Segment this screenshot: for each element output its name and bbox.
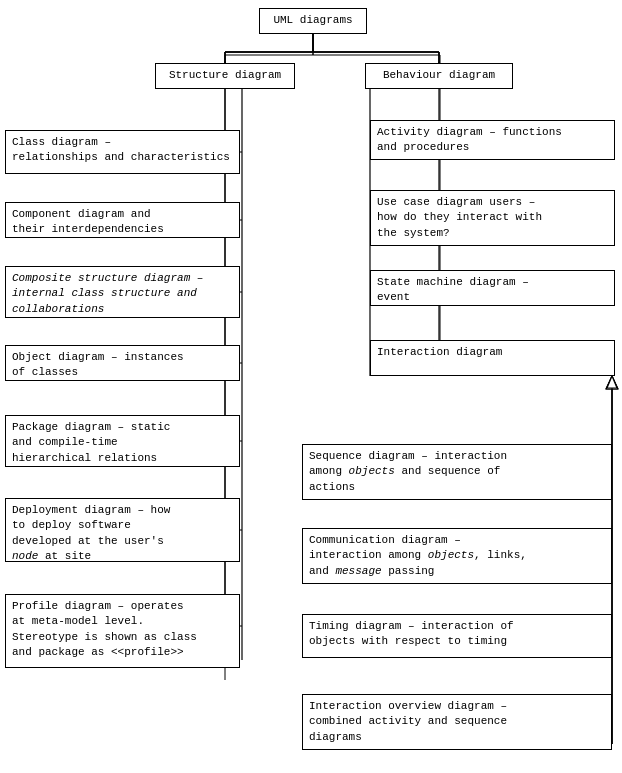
composite-box: Composite structure diagram – internal c… — [5, 266, 240, 318]
package-box: Package diagram – static and compile-tim… — [5, 415, 240, 467]
class-box: Class diagram – relationships and charac… — [5, 130, 240, 174]
deployment-box: Deployment diagram – how to deploy softw… — [5, 498, 240, 562]
interaction-box: Interaction diagram — [370, 340, 615, 376]
diagram-container: UML diagrams Structure diagram Behaviour… — [0, 0, 622, 773]
communication-box: Communication diagram – interaction amon… — [302, 528, 612, 584]
svg-marker-48 — [606, 376, 618, 389]
timing-label: Timing diagram – interaction of objects … — [309, 620, 514, 647]
svg-marker-22 — [606, 376, 618, 389]
behaviour-box: Behaviour diagram — [365, 63, 513, 89]
statemachine-box: State machine diagram – event — [370, 270, 615, 306]
sequence-label: Sequence diagram – interaction among obj… — [309, 450, 507, 493]
structure-label: Structure diagram — [169, 69, 281, 81]
timing-box: Timing diagram – interaction of objects … — [302, 614, 612, 658]
communication-label: Communication diagram – interaction amon… — [309, 534, 527, 577]
activity-box: Activity diagram – functions and procedu… — [370, 120, 615, 160]
svg-marker-74 — [607, 376, 617, 388]
uml-root-label: UML diagrams — [273, 14, 352, 26]
composite-label: Composite structure diagram – internal c… — [12, 272, 203, 315]
profile-box: Profile diagram – operates at meta-model… — [5, 594, 240, 668]
interaction-overview-label: Interaction overview diagram – combined … — [309, 700, 507, 743]
component-label: Component diagram and their interdepende… — [12, 208, 164, 235]
profile-label: Profile diagram – operates at meta-model… — [12, 600, 197, 658]
uml-root-box: UML diagrams — [259, 8, 367, 34]
interaction-label: Interaction diagram — [377, 346, 502, 358]
statemachine-label: State machine diagram – event — [377, 276, 529, 303]
package-label: Package diagram – static and compile-tim… — [12, 421, 170, 464]
interaction-overview-box: Interaction overview diagram – combined … — [302, 694, 612, 750]
deployment-label: Deployment diagram – how to deploy softw… — [12, 504, 170, 562]
object-box: Object diagram – instances of classes — [5, 345, 240, 381]
sequence-box: Sequence diagram – interaction among obj… — [302, 444, 612, 500]
component-box: Component diagram and their interdepende… — [5, 202, 240, 238]
class-label: Class diagram – relationships and charac… — [12, 136, 230, 163]
usecase-box: Use case diagram users – how do they int… — [370, 190, 615, 246]
object-label: Object diagram – instances of classes — [12, 351, 184, 378]
usecase-label: Use case diagram users – how do they int… — [377, 196, 542, 239]
behaviour-label: Behaviour diagram — [383, 69, 495, 81]
activity-label: Activity diagram – functions and procedu… — [377, 126, 562, 153]
structure-box: Structure diagram — [155, 63, 295, 89]
